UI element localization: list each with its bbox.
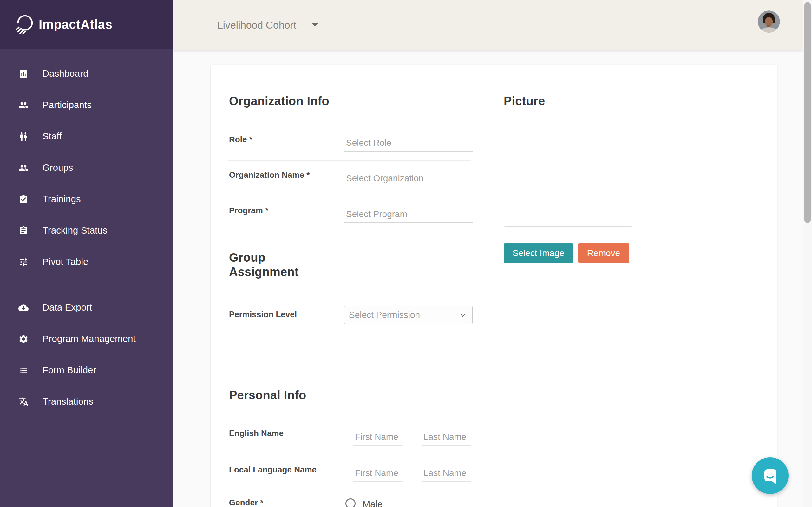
picture-preview (504, 131, 632, 227)
section-title-organization-info: Organization Info (229, 94, 329, 108)
app-title: ImpactAtlas (39, 17, 112, 32)
sidebar-item-label: Tracking Status (43, 225, 107, 236)
cohort-selector[interactable]: Livelihood Cohort (217, 0, 318, 50)
sidebar-item-dashboard[interactable]: Dashboard (0, 58, 172, 89)
cloud-download-icon (18, 302, 29, 313)
sidebar-item-label: Groups (43, 163, 73, 173)
role-label: Role * (229, 135, 252, 145)
english-name-label: English Name (229, 429, 284, 438)
sidebar-item-label: Staff (43, 131, 62, 142)
sidebar-item-label: Trainings (43, 194, 81, 205)
people-icon (18, 163, 29, 173)
list-icon (18, 365, 29, 376)
cohort-selector-label: Livelihood Cohort (217, 19, 296, 31)
organization-name-label: Organization Name * (229, 170, 310, 180)
permission-level-select[interactable]: Select Permission (344, 306, 473, 324)
male-female-icon (18, 131, 29, 142)
avatar-image (758, 10, 780, 33)
program-label: Program * (229, 206, 268, 216)
local-first-name-input[interactable] (353, 459, 403, 482)
sidebar-item-form-builder[interactable]: Form Builder (0, 354, 172, 386)
english-last-name-input[interactable] (421, 423, 471, 446)
sidebar: ImpactAtlas Dashboard Participants Staff (0, 0, 172, 507)
sidebar-item-groups[interactable]: Groups (0, 152, 172, 183)
gender-male-option-label: Male (362, 499, 383, 507)
row-divider (228, 231, 471, 231)
row-divider-half (227, 333, 339, 333)
logo-icon (14, 14, 34, 34)
sidebar-item-label: Dashboard (43, 68, 89, 79)
sidebar-item-label: Data Export (43, 302, 92, 313)
sidebar-item-label: Program Management (43, 334, 136, 344)
clipboard-icon (18, 226, 29, 236)
gender-label: Gender * (229, 498, 263, 507)
staff-form-card: Organization Info Role * Organization Na… (211, 65, 777, 507)
sidebar-item-label: Pivot Table (43, 257, 89, 267)
sliders-icon (18, 257, 29, 267)
local-language-name-label: Local Language Name (229, 465, 316, 475)
sidebar-item-pivot-table[interactable]: Pivot Table (0, 246, 172, 278)
app-logo: ImpactAtlas (0, 0, 172, 49)
sidebar-item-label: Form Builder (43, 365, 96, 376)
sidebar-item-participants[interactable]: Participants (0, 89, 172, 121)
permission-level-label: Permission Level (229, 309, 297, 320)
row-divider (228, 491, 471, 491)
section-title-personal-info: Personal Info (229, 388, 306, 402)
translate-icon (18, 397, 29, 407)
sidebar-divider (19, 285, 154, 285)
sidebar-item-program-management[interactable]: Program Management (0, 323, 172, 354)
topbar: Livelihood Cohort (172, 0, 803, 50)
avatar[interactable] (758, 10, 780, 33)
chat-bubble-icon (760, 465, 780, 486)
sidebar-nav: Dashboard Participants Staff Groups (0, 49, 172, 417)
gear-icon (18, 334, 29, 344)
program-input[interactable] (344, 200, 473, 223)
section-title-picture: Picture (504, 94, 545, 108)
sidebar-item-tracking-status[interactable]: Tracking Status (0, 215, 172, 246)
role-input[interactable] (344, 129, 473, 152)
sidebar-item-label: Translations (43, 396, 93, 407)
row-divider (228, 160, 471, 161)
sidebar-item-staff[interactable]: Staff (0, 121, 172, 152)
remove-image-button[interactable]: Remove (578, 243, 629, 263)
chat-launcher-button[interactable] (752, 457, 789, 494)
row-divider (228, 455, 471, 455)
row-divider (228, 196, 471, 196)
clipboard-check-icon (18, 194, 29, 205)
local-last-name-input[interactable] (421, 459, 471, 482)
app-window: ImpactAtlas Dashboard Participants Staff (0, 0, 812, 507)
section-title-group-assignment: Group Assignment (229, 250, 327, 279)
organization-name-input[interactable] (344, 164, 473, 187)
scrollbar-thumb[interactable] (804, 2, 811, 223)
caret-down-icon (311, 23, 318, 27)
select-image-button[interactable]: Select Image (504, 243, 573, 263)
sidebar-item-data-export[interactable]: Data Export (0, 292, 172, 323)
english-first-name-input[interactable] (353, 423, 403, 446)
people-icon (18, 100, 29, 110)
sidebar-item-translations[interactable]: Translations (0, 386, 172, 417)
gender-male-radio[interactable] (345, 498, 356, 507)
sidebar-item-trainings[interactable]: Trainings (0, 183, 172, 215)
sidebar-item-label: Participants (43, 100, 92, 110)
vertical-scrollbar (803, 0, 812, 507)
main-content: Organization Info Role * Organization Na… (172, 50, 803, 507)
bar-chart-icon (18, 69, 29, 79)
